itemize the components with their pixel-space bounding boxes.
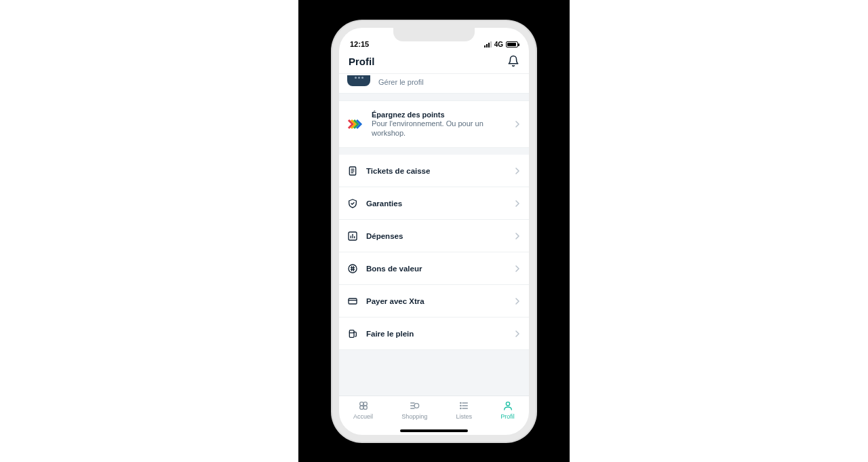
- avatar: [347, 75, 370, 86]
- card-icon: [347, 296, 358, 307]
- page-title: Profil: [349, 56, 374, 67]
- shopping-icon: [409, 400, 420, 411]
- tab-profil[interactable]: Profil: [500, 400, 515, 420]
- menu-row-card[interactable]: Payer avec Xtra: [339, 285, 529, 317]
- receipt-icon: [347, 166, 358, 176]
- svg-point-23: [460, 405, 461, 406]
- tab-shopping[interactable]: Shopping: [401, 400, 427, 420]
- content-spacer: [339, 350, 529, 395]
- svg-point-13: [359, 402, 363, 405]
- tab-label: Listes: [456, 413, 473, 420]
- profile-card[interactable]: Gérer le profil: [339, 74, 529, 94]
- chevron-right-icon: [514, 265, 521, 272]
- menu-row-voucher[interactable]: Bons de valeur: [339, 252, 529, 285]
- points-text-block: Épargnez des points Pour l'environnement…: [372, 111, 506, 138]
- battery-icon: [506, 41, 518, 47]
- tab-listes[interactable]: Listes: [456, 400, 473, 420]
- menu-row-label: Tickets de caisse: [366, 167, 506, 175]
- shield-icon: [347, 198, 358, 209]
- section-gap: [339, 94, 529, 100]
- svg-rect-9: [349, 299, 357, 304]
- svg-point-14: [363, 402, 367, 405]
- menu-row-label: Faire le plein: [366, 330, 506, 338]
- chevrons-icon: [347, 116, 363, 132]
- phone-screen: 12:15 4G Profil: [339, 28, 529, 435]
- chevron-right-icon: [514, 200, 521, 207]
- home-indicator[interactable]: [400, 429, 468, 432]
- network-label: 4G: [494, 41, 503, 48]
- menu-row-label: Payer avec Xtra: [366, 297, 506, 305]
- bell-icon[interactable]: [507, 55, 519, 67]
- svg-point-25: [460, 408, 461, 408]
- content-area: Gérer le profil Épargnez des po: [339, 74, 529, 396]
- fuel-icon: [347, 328, 358, 339]
- list-icon: [458, 400, 469, 411]
- profile-icon: [502, 400, 513, 411]
- phone-notch: [393, 28, 475, 41]
- chevron-right-icon: [514, 330, 521, 337]
- svg-point-8: [349, 265, 357, 273]
- menu-row-chart[interactable]: Dépenses: [339, 220, 529, 252]
- manage-profile-link[interactable]: Gérer le profil: [378, 78, 424, 86]
- menu-row-label: Dépenses: [366, 232, 506, 240]
- chevron-right-icon: [514, 298, 521, 305]
- chevron-right-icon: [514, 121, 521, 128]
- tab-accueil[interactable]: Accueil: [353, 400, 373, 420]
- points-subtitle: Pour l'environnement. Ou pour un worksho…: [372, 119, 506, 138]
- section-gap: [339, 148, 529, 155]
- signal-icon: [484, 41, 492, 47]
- svg-point-15: [359, 406, 363, 409]
- tab-label: Shopping: [401, 413, 427, 420]
- points-title: Épargnez des points: [372, 111, 506, 119]
- points-card[interactable]: Épargnez des points Pour l'environnement…: [339, 100, 529, 149]
- menu-row-shield[interactable]: Garanties: [339, 187, 529, 220]
- chart-icon: [347, 231, 358, 242]
- svg-point-21: [460, 402, 461, 403]
- svg-rect-11: [349, 330, 354, 337]
- home-icon: [358, 400, 369, 411]
- svg-point-27: [506, 402, 509, 405]
- menu-row-label: Bons de valeur: [366, 265, 506, 273]
- menu-row-receipt[interactable]: Tickets de caisse: [339, 155, 529, 187]
- app-header: Profil: [339, 50, 529, 74]
- tab-label: Profil: [500, 413, 515, 420]
- phone-frame: 12:15 4G Profil: [332, 21, 536, 442]
- svg-point-20: [414, 403, 419, 408]
- voucher-icon: [347, 263, 358, 274]
- status-right: 4G: [484, 41, 518, 48]
- tab-label: Accueil: [353, 413, 373, 420]
- svg-point-16: [363, 406, 367, 409]
- chevron-right-icon: [514, 168, 521, 174]
- dark-panel: 12:15 4G Profil: [298, 0, 570, 462]
- status-time: 12:15: [350, 40, 369, 48]
- menu-row-fuel[interactable]: Faire le plein: [339, 317, 529, 350]
- menu-row-label: Garanties: [366, 199, 506, 208]
- chevron-right-icon: [514, 233, 521, 239]
